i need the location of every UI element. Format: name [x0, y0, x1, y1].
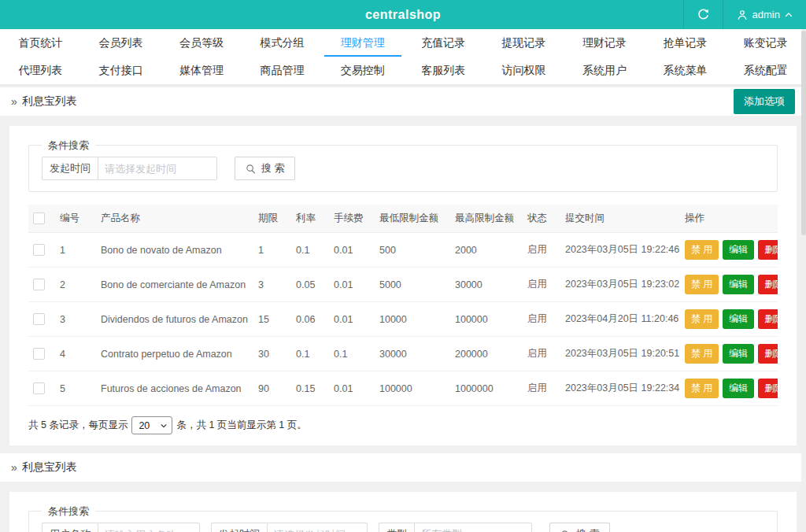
- cell-max: 1000000: [450, 371, 523, 406]
- chevron-up-icon: [784, 10, 793, 20]
- start-time-group: 发起时间: [42, 157, 217, 180]
- cell-status: 启用: [523, 302, 560, 337]
- disable-button[interactable]: 禁 用: [685, 275, 719, 294]
- cell-name: Bono de novato de Amazon: [96, 233, 253, 268]
- cell-max: 200000: [450, 337, 523, 371]
- row-checkbox[interactable]: [33, 279, 45, 290]
- table-row: 4Contrato perpetuo de Amazon300.10.13000…: [28, 337, 778, 371]
- edit-button[interactable]: 编辑: [723, 240, 754, 260]
- disable-button[interactable]: 禁 用: [685, 344, 719, 364]
- nav-tab-row2-5[interactable]: 客服列表: [403, 57, 483, 84]
- row-checkbox[interactable]: [33, 348, 45, 360]
- row-checkbox[interactable]: [33, 313, 45, 325]
- search-button-label: 搜 索: [261, 161, 285, 175]
- nav-tab-label: 支付接口: [99, 64, 143, 78]
- cell-min: 5000: [375, 268, 450, 302]
- type-select-value: 所有类型: [421, 527, 462, 532]
- delete-button[interactable]: 删除: [758, 379, 778, 398]
- cell-rate: 0.05: [291, 268, 329, 302]
- search-button-label-2: 搜 索: [576, 527, 600, 532]
- table-row: 5Futuros de acciones de Amazon900.150.01…: [28, 371, 778, 406]
- page-size-select[interactable]: 20: [131, 416, 172, 434]
- nav-tab-row2-8[interactable]: 系统菜单: [645, 57, 725, 84]
- search-button-1[interactable]: 搜 索: [235, 157, 295, 180]
- scrollbar-thumb[interactable]: [801, 31, 806, 235]
- row-checkbox[interactable]: [33, 244, 45, 256]
- cell-min: 500: [375, 233, 450, 268]
- nav-tab-label: 代理列表: [18, 64, 62, 78]
- cell-id: 1: [55, 233, 96, 268]
- nav-tab-row1-2[interactable]: 会员等级: [161, 29, 242, 57]
- cell-time: 2023年04月20日 11:20:46: [560, 302, 680, 337]
- delete-button[interactable]: 删除: [758, 344, 778, 364]
- start-time-input[interactable]: [98, 157, 217, 180]
- row-actions: 禁 用编辑删除: [685, 275, 773, 294]
- nav-tab-row1-0[interactable]: 首页统计: [0, 29, 80, 57]
- top-header-bar: centralshop admin: [0, 0, 806, 29]
- pagination-prefix: 共 5 条记录，每页显示: [28, 419, 128, 432]
- edit-button[interactable]: 编辑: [723, 275, 754, 294]
- column-header: 最低限制金额: [375, 205, 450, 233]
- nav-tab-row1-6[interactable]: 提现记录: [483, 29, 564, 57]
- column-header: 期限: [253, 205, 291, 233]
- cell-max: 2000: [450, 233, 523, 268]
- nav-tab-row1-8[interactable]: 抢单记录: [645, 29, 725, 57]
- nav-tab-row1-5[interactable]: 充值记录: [403, 29, 483, 57]
- type-label: 类型: [379, 523, 414, 532]
- cell-max: 100000: [450, 302, 523, 337]
- nav-tab-row1-9[interactable]: 账变记录: [726, 29, 806, 57]
- nav-tab-row2-3[interactable]: 商品管理: [242, 57, 322, 84]
- delete-button[interactable]: 删除: [758, 309, 778, 329]
- column-header: 状态: [523, 205, 560, 233]
- cell-time: 2023年03月05日 19:20:51: [560, 337, 680, 371]
- row-checkbox[interactable]: [33, 382, 45, 394]
- cell-id: 5: [55, 371, 96, 406]
- username-input[interactable]: [98, 523, 200, 532]
- delete-button[interactable]: 删除: [758, 275, 778, 294]
- nav-tab-row2-1[interactable]: 支付接口: [80, 57, 161, 84]
- disable-button[interactable]: 禁 用: [685, 240, 719, 260]
- row-actions: 禁 用编辑删除: [685, 379, 773, 398]
- type-select[interactable]: 所有类型: [414, 523, 532, 532]
- nav-tab-row2-6[interactable]: 访问权限: [483, 57, 564, 84]
- nav-tab-row1-1[interactable]: 会员列表: [80, 29, 161, 57]
- cell-fee: 0.01: [329, 233, 375, 268]
- search-button-2[interactable]: 搜 索: [549, 523, 610, 532]
- disable-button[interactable]: 禁 用: [685, 379, 719, 398]
- disable-button[interactable]: 禁 用: [685, 309, 719, 329]
- pagination-suffix: 条，共 1 页当前显示第 1 页。: [176, 419, 306, 432]
- nav-tab-row2-2[interactable]: 媒体管理: [161, 57, 242, 84]
- cell-term: 90: [253, 371, 291, 406]
- breadcrumb: » 利息宝列表: [11, 94, 77, 109]
- user-menu[interactable]: admin: [723, 0, 806, 29]
- username: admin: [752, 9, 780, 20]
- edit-button[interactable]: 编辑: [723, 344, 754, 364]
- nav-tab-row2-0[interactable]: 代理列表: [0, 57, 80, 84]
- edit-button[interactable]: 编辑: [723, 309, 754, 329]
- cell-rate: 0.06: [291, 302, 329, 337]
- page-size-value: 20: [139, 420, 150, 431]
- vertical-scrollbar[interactable]: [801, 29, 806, 532]
- cell-rate: 0.1: [291, 233, 329, 268]
- start-time-input-2[interactable]: [267, 523, 368, 532]
- cell-status: 启用: [523, 337, 560, 371]
- edit-button[interactable]: 编辑: [723, 379, 754, 398]
- cell-term: 3: [253, 268, 291, 302]
- nav-tab-row2-7[interactable]: 系统用户: [564, 57, 645, 84]
- nav-tab-label: 充值记录: [421, 36, 465, 50]
- nav-tab-row1-7[interactable]: 理财记录: [564, 29, 645, 57]
- cell-status: 启用: [523, 371, 560, 406]
- nav-tab-row1-4[interactable]: 理财管理: [323, 29, 403, 57]
- nav-tab-label: 账变记录: [744, 36, 788, 50]
- nav-tab-row1-3[interactable]: 模式分组: [242, 29, 322, 57]
- refresh-button[interactable]: [684, 0, 723, 29]
- delete-button[interactable]: 删除: [758, 240, 778, 260]
- column-header: 利率: [291, 205, 329, 233]
- search-fieldset-1: 条件搜索 发起时间 搜 索: [28, 145, 778, 192]
- nav-tab-row2-9[interactable]: 系统配置: [726, 57, 806, 84]
- cell-fee: 0.01: [329, 302, 375, 337]
- toolbar-interest-records: » 利息宝列表: [0, 453, 806, 482]
- add-option-button[interactable]: 添加选项: [734, 89, 795, 114]
- select-all-checkbox[interactable]: [33, 212, 45, 224]
- nav-tab-row2-4[interactable]: 交易控制: [323, 57, 403, 84]
